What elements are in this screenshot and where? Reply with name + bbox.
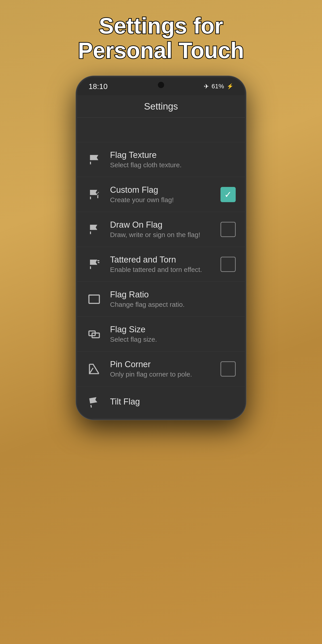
- flag-size-subtitle: Select flag size.: [110, 336, 236, 343]
- settings-item-flag-size[interactable]: Flag Size Select flag size.: [77, 317, 245, 352]
- tilt-flag-title: Tilt Flag: [110, 397, 236, 406]
- custom-flag-subtitle: Create your own flag!: [110, 196, 212, 204]
- headline-line2: Personal Touch: [78, 38, 244, 63]
- empty-section: [77, 118, 245, 142]
- status-right: ✈ 61% ⚡: [204, 83, 234, 90]
- settings-item-draw-on-flag[interactable]: Draw On Flag Draw, write or sign on the …: [77, 212, 245, 247]
- settings-item-flag-texture[interactable]: Flag Texture Select flag cloth texture.: [77, 142, 245, 177]
- flag-size-title: Flag Size: [110, 325, 236, 334]
- settings-item-pin-corner[interactable]: Pin Corner Only pin flag corner to pole.: [77, 352, 245, 386]
- svg-line-1: [98, 262, 99, 262]
- draw-flag-title: Draw On Flag: [110, 220, 212, 230]
- pin-corner-icon: [86, 361, 102, 377]
- app-title: Settings: [144, 101, 178, 112]
- battery-indicator: 61%: [212, 83, 224, 90]
- tilt-flag-text: Tilt Flag: [110, 397, 236, 408]
- flag-texture-subtitle: Select flag cloth texture.: [110, 161, 236, 169]
- tattered-icon: [86, 256, 102, 272]
- pin-corner-subtitle: Only pin flag corner to pole.: [110, 370, 212, 378]
- checkmark-icon: ✓: [224, 190, 232, 199]
- flag-texture-text: Flag Texture Select flag cloth texture.: [110, 150, 236, 169]
- flag-size-text: Flag Size Select flag size.: [110, 325, 236, 343]
- custom-flag-icon: [86, 187, 102, 202]
- flag-ratio-icon: [86, 291, 102, 307]
- svg-line-7: [90, 368, 93, 374]
- custom-flag-text: Custom Flag Create your own flag!: [110, 185, 212, 204]
- airplane-icon: ✈: [204, 83, 209, 90]
- flag-ratio-subtitle: Change flag aspect ratio.: [110, 301, 236, 308]
- custom-flag-checkbox[interactable]: ✓: [220, 187, 236, 202]
- battery-bolt: ⚡: [227, 83, 234, 90]
- page-wrapper: Settings for Personal Touch 18:10 ✈ 61% …: [0, 0, 322, 644]
- draw-flag-text: Draw On Flag Draw, write or sign on the …: [110, 220, 212, 238]
- tattered-checkbox[interactable]: [220, 257, 236, 272]
- draw-flag-subtitle: Draw, write or sign on the flag!: [110, 231, 212, 238]
- flag-ratio-title: Flag Ratio: [110, 290, 236, 300]
- page-headline: Settings for Personal Touch: [60, 14, 262, 62]
- tattered-text: Tattered and Torn Enable tattered and to…: [110, 255, 212, 274]
- tattered-subtitle: Enable tattered and torn effect.: [110, 266, 212, 274]
- settings-item-flag-ratio[interactable]: Flag Ratio Change flag aspect ratio.: [77, 282, 245, 317]
- tattered-title: Tattered and Torn: [110, 255, 212, 264]
- tilt-flag-icon: [86, 394, 102, 410]
- flag-texture-title: Flag Texture: [110, 150, 236, 160]
- draw-flag-checkbox[interactable]: [220, 222, 236, 237]
- pin-corner-title: Pin Corner: [110, 360, 212, 369]
- phone-shell: 18:10 ✈ 61% ⚡ Settings Fla: [76, 76, 246, 420]
- flag-texture-icon: [86, 152, 102, 168]
- flag-ratio-text: Flag Ratio Change flag aspect ratio.: [110, 290, 236, 308]
- settings-item-tilt-flag[interactable]: Tilt Flag: [77, 386, 245, 418]
- camera-notch: [158, 82, 164, 88]
- settings-item-custom-flag[interactable]: Custom Flag Create your own flag! ✓: [77, 177, 245, 212]
- status-time: 18:10: [88, 82, 108, 91]
- pin-corner-text: Pin Corner Only pin flag corner to pole.: [110, 360, 212, 378]
- svg-rect-2: [89, 295, 100, 303]
- settings-list: Flag Texture Select flag cloth texture. …: [77, 142, 245, 418]
- draw-flag-icon: [86, 222, 102, 237]
- app-top-bar: Settings: [77, 95, 245, 118]
- pin-corner-checkbox[interactable]: [220, 361, 236, 376]
- custom-flag-title: Custom Flag: [110, 185, 212, 195]
- flag-size-icon: [86, 326, 102, 342]
- headline-line1: Settings for: [99, 13, 223, 38]
- settings-item-tattered[interactable]: Tattered and Torn Enable tattered and to…: [77, 247, 245, 282]
